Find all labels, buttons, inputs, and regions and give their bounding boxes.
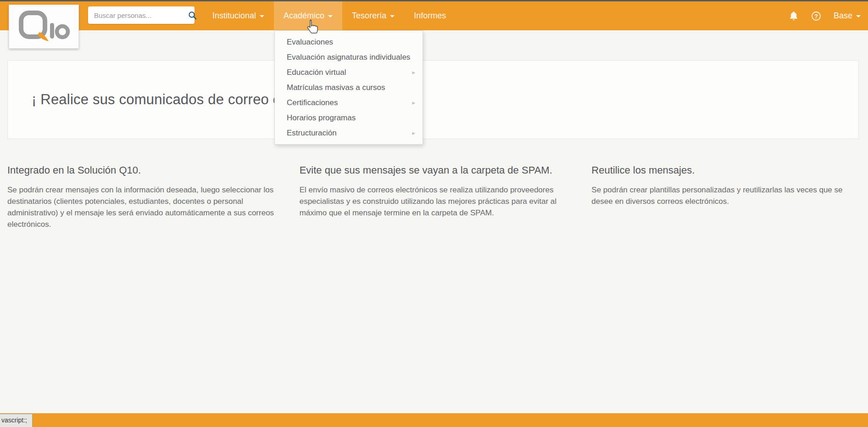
feature-body: Se podrán crear plantillas personalizada…	[591, 184, 861, 207]
menu-item-educacion-virtual[interactable]: Educación virtual ▸	[275, 65, 423, 80]
menu-item-estructuracion[interactable]: Estructuración ▸	[275, 125, 423, 140]
submenu-arrow-icon: ▸	[412, 65, 415, 80]
search-icon[interactable]	[188, 6, 197, 24]
nav-tesoreria-label: Tesorería	[352, 11, 386, 20]
feature-spam: Evite que sus mensajes se vayan a la car…	[300, 164, 569, 230]
nav-academico[interactable]: Académico	[274, 1, 342, 30]
feature-body: Se podrán crear mensajes con la informac…	[7, 184, 277, 230]
chevron-down-icon	[328, 15, 333, 17]
account-menu[interactable]: Base	[834, 11, 861, 21]
hero-banner: ¡ Realice sus comunicados de correo ele	[7, 60, 859, 139]
chevron-down-icon	[390, 15, 395, 17]
menu-item-label: Matrículas masivas a cursos	[287, 80, 415, 95]
menu-item-label: Estructuración	[287, 125, 408, 140]
chevron-down-icon	[856, 15, 861, 17]
hero-heading: ¡ Realice sus comunicados de correo ele	[32, 91, 292, 108]
feature-title: Integrado en la Solución Q10.	[7, 164, 277, 176]
footer-bar	[0, 413, 868, 427]
submenu-arrow-icon: ▸	[412, 95, 415, 110]
menu-item-label: Evaluación asignaturas individuales	[287, 50, 415, 65]
nav-tesoreria[interactable]: Tesorería	[342, 1, 404, 30]
nav-academico-label: Académico	[284, 11, 324, 20]
feature-title: Reutilice los mensajes.	[591, 164, 861, 176]
account-label: Base	[834, 11, 852, 20]
notifications-bell-icon[interactable]	[789, 11, 799, 22]
chevron-down-icon	[260, 15, 264, 17]
menu-item-evaluaciones[interactable]: Evaluaciones	[275, 34, 423, 50]
q10-logo[interactable]	[9, 5, 79, 49]
menu-item-label: Evaluaciones	[287, 34, 415, 50]
feature-reutilice: Reutilice los mensajes. Se podrán crear …	[591, 164, 861, 230]
main-nav: Institucional Académico Tesorería Inform…	[203, 1, 456, 30]
browser-status-tooltip: vascript:;	[0, 414, 33, 427]
menu-item-horarios-programas[interactable]: Horarios programas	[275, 110, 423, 125]
person-search	[88, 6, 195, 24]
feature-integrado: Integrado en la Solución Q10. Se podrán …	[7, 164, 277, 230]
feature-columns: Integrado en la Solución Q10. Se podrán …	[7, 164, 861, 230]
top-navigation-bar: Institucional Académico Tesorería Inform…	[0, 1, 868, 30]
menu-item-certificaciones[interactable]: Certificaciones ▸	[275, 95, 423, 110]
menu-item-label: Horarios programas	[287, 110, 415, 125]
svg-text:?: ?	[814, 13, 818, 19]
nav-institucional-label: Institucional	[212, 11, 256, 20]
submenu-arrow-icon: ▸	[412, 125, 415, 140]
menu-item-label: Educación virtual	[287, 65, 408, 80]
feature-body: El envío masivo de correos electrónicos …	[300, 184, 569, 219]
search-input[interactable]	[88, 11, 188, 19]
nav-informes[interactable]: Informes	[404, 1, 456, 30]
window-top-edge	[0, 0, 868, 1]
nav-institucional[interactable]: Institucional	[203, 1, 274, 30]
menu-item-evaluacion-asignaturas-individuales[interactable]: Evaluación asignaturas individuales	[275, 50, 423, 65]
menu-item-matriculas-masivas-a-cursos[interactable]: Matrículas masivas a cursos	[275, 80, 423, 95]
feature-title: Evite que sus mensajes se vayan a la car…	[300, 164, 569, 176]
q10-logo-icon	[17, 9, 71, 44]
topbar-right-actions: ? Base	[789, 1, 861, 30]
help-icon[interactable]: ?	[811, 11, 821, 21]
academico-dropdown-menu: Evaluaciones Evaluación asignaturas indi…	[274, 30, 423, 145]
nav-informes-label: Informes	[414, 11, 446, 20]
menu-item-label: Certificaciones	[287, 95, 408, 110]
